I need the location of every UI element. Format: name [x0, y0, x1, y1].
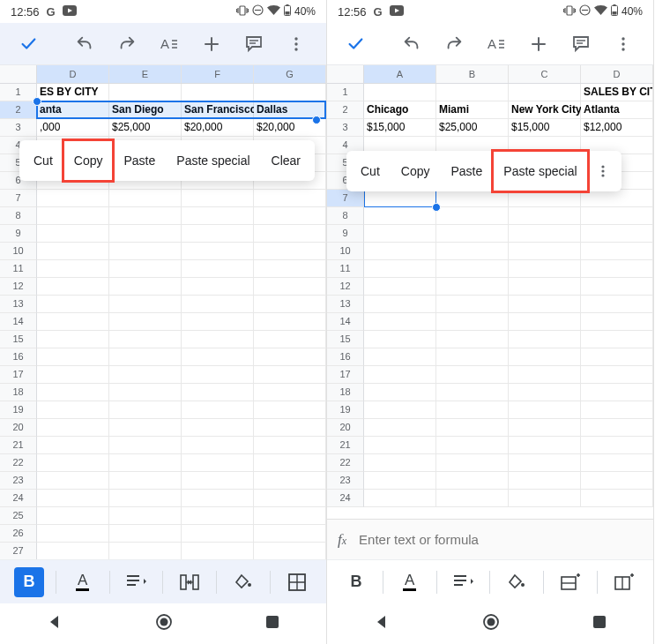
youtube-icon	[390, 5, 404, 19]
ctx-clear[interactable]: Clear	[261, 140, 311, 181]
column-headers: D E F G	[0, 65, 326, 84]
svg-point-9	[294, 42, 297, 45]
dnd-icon	[252, 4, 264, 19]
undo-button[interactable]	[63, 23, 106, 65]
formula-bar: fx	[327, 519, 653, 559]
svg-point-26	[622, 37, 624, 40]
svg-rect-17	[266, 616, 279, 628]
top-toolbar: A	[327, 23, 653, 65]
svg-point-29	[601, 165, 604, 168]
col-header[interactable]: F	[182, 65, 254, 83]
align-button[interactable]	[115, 565, 158, 599]
col-header[interactable]: A	[364, 65, 436, 83]
vibrate-icon	[563, 5, 576, 19]
svg-point-10	[294, 48, 297, 50]
ctx-copy[interactable]: Copy	[63, 140, 114, 181]
ctx-paste-special[interactable]: Paste special	[493, 151, 587, 191]
nav-recent-icon[interactable]	[592, 615, 607, 633]
nav-back-icon[interactable]	[374, 614, 390, 633]
insert-button[interactable]	[517, 23, 560, 65]
android-nav-bar	[327, 603, 653, 644]
format-toolbar: B A	[0, 559, 326, 603]
svg-rect-1	[240, 6, 245, 15]
svg-point-28	[622, 48, 624, 50]
ctx-paste[interactable]: Paste	[113, 140, 166, 181]
done-button[interactable]	[336, 23, 375, 65]
more-vert-button[interactable]	[602, 23, 644, 65]
more-vert-button[interactable]	[275, 23, 317, 65]
dnd-icon	[579, 4, 591, 19]
svg-point-31	[601, 174, 604, 176]
battery-pct: 40%	[294, 5, 316, 18]
text-color-button[interactable]: A	[389, 565, 431, 599]
svg-point-30	[601, 169, 604, 172]
insert-column-button[interactable]	[603, 565, 645, 599]
col-header[interactable]: E	[109, 65, 182, 83]
ctx-cut[interactable]: Cut	[23, 140, 63, 181]
status-time: 12:56	[338, 5, 367, 19]
spreadsheet-grid[interactable]: 1SALES BY CIT 2ChicagoMiamiNew York City…	[327, 84, 653, 507]
borders-button[interactable]	[276, 565, 318, 599]
svg-rect-19	[567, 6, 572, 15]
col-header[interactable]: C	[509, 65, 581, 83]
col-header[interactable]: D	[37, 65, 109, 83]
youtube-icon	[63, 5, 77, 19]
battery-pct: 40%	[622, 5, 643, 18]
bold-button[interactable]: B	[8, 565, 50, 599]
wifi-icon	[594, 5, 607, 19]
svg-rect-37	[593, 616, 606, 628]
context-menu: Cut Copy Paste Paste special Clear	[19, 140, 315, 181]
bold-button[interactable]: B	[335, 565, 377, 599]
align-button[interactable]	[443, 565, 485, 599]
wifi-icon	[267, 5, 280, 19]
fx-label: fx	[338, 531, 346, 549]
undo-button[interactable]	[391, 23, 433, 65]
done-button[interactable]	[9, 23, 48, 65]
insert-row-button[interactable]	[549, 565, 592, 599]
font-format-button[interactable]: A	[148, 23, 190, 65]
text-color-button[interactable]: A	[62, 565, 104, 599]
battery-icon	[284, 4, 291, 19]
redo-button[interactable]	[106, 23, 148, 65]
nav-recent-icon[interactable]	[265, 615, 279, 633]
fill-color-button[interactable]	[222, 565, 264, 599]
svg-rect-12	[193, 575, 198, 589]
ctx-cut[interactable]: Cut	[350, 151, 391, 191]
right-screenshot: 12:56 G 40%	[327, 0, 654, 644]
svg-point-32	[521, 583, 525, 587]
col-header[interactable]: G	[254, 65, 326, 83]
cell-title[interactable]: ES BY CITY	[37, 84, 109, 101]
top-toolbar: A	[0, 23, 326, 65]
vibrate-icon	[236, 5, 249, 19]
insert-button[interactable]	[190, 23, 233, 65]
comment-button[interactable]	[560, 23, 602, 65]
nav-back-icon[interactable]	[47, 614, 63, 633]
context-menu: Cut Copy Paste Paste special	[346, 151, 622, 191]
svg-text:A: A	[160, 36, 169, 51]
google-g-icon: G	[374, 5, 383, 19]
formula-input[interactable]	[359, 532, 643, 547]
left-screenshot: 12:56 G 40%	[0, 0, 327, 644]
nav-home-icon[interactable]	[482, 613, 500, 634]
svg-point-8	[294, 37, 297, 40]
android-nav-bar	[0, 603, 326, 644]
redo-button[interactable]	[433, 23, 475, 65]
svg-point-27	[622, 42, 624, 45]
ctx-paste-special[interactable]: Paste special	[166, 140, 260, 181]
svg-point-13	[248, 583, 251, 587]
svg-rect-23	[613, 4, 615, 6]
nav-home-icon[interactable]	[155, 613, 173, 634]
column-headers: A B C D	[327, 65, 653, 84]
svg-rect-24	[612, 11, 616, 15]
ctx-more-icon[interactable]	[588, 164, 618, 178]
col-header[interactable]: D	[581, 65, 653, 83]
svg-rect-5	[286, 4, 288, 6]
ctx-copy[interactable]: Copy	[391, 151, 441, 191]
comment-button[interactable]	[233, 23, 275, 65]
ctx-paste[interactable]: Paste	[440, 151, 493, 191]
col-header[interactable]: B	[436, 65, 509, 83]
svg-rect-6	[285, 11, 289, 15]
fill-color-button[interactable]	[495, 565, 538, 599]
font-format-button[interactable]: A	[475, 23, 517, 65]
merge-button[interactable]	[168, 565, 211, 599]
